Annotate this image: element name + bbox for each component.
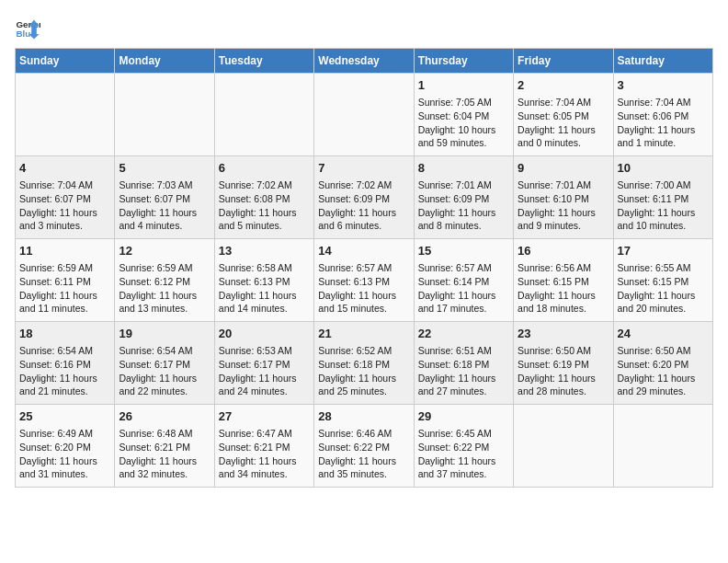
day-info: Sunrise: 6:50 AM xyxy=(618,344,709,358)
day-info: Daylight: 11 hours and 24 minutes. xyxy=(219,372,310,398)
calendar-cell: 8Sunrise: 7:01 AMSunset: 6:09 PMDaylight… xyxy=(414,156,513,239)
day-info: Sunrise: 6:52 AM xyxy=(318,344,409,358)
day-info: Sunset: 6:17 PM xyxy=(219,358,310,372)
day-info: Sunrise: 6:54 AM xyxy=(19,344,110,358)
day-info: Sunset: 6:21 PM xyxy=(119,441,210,454)
day-info: Daylight: 11 hours and 28 minutes. xyxy=(518,372,609,398)
day-number: 5 xyxy=(119,160,210,177)
day-number: 21 xyxy=(318,326,409,342)
weekday-header-thursday: Thursday xyxy=(414,49,513,74)
weekday-header-tuesday: Tuesday xyxy=(214,49,313,74)
day-info: Sunset: 6:12 PM xyxy=(119,275,210,289)
day-number: 2 xyxy=(518,77,609,94)
weekday-header-sunday: Sunday xyxy=(16,49,115,74)
calendar-cell: 15Sunrise: 6:57 AMSunset: 6:14 PMDayligh… xyxy=(414,239,513,322)
day-info: Sunset: 6:13 PM xyxy=(318,275,409,289)
calendar-cell: 27Sunrise: 6:47 AMSunset: 6:21 PMDayligh… xyxy=(214,405,313,488)
calendar-week-row: 4Sunrise: 7:04 AMSunset: 6:07 PMDaylight… xyxy=(16,156,713,239)
day-info: Sunrise: 6:59 AM xyxy=(119,261,210,275)
calendar-cell: 12Sunrise: 6:59 AMSunset: 6:12 PMDayligh… xyxy=(115,239,214,322)
day-info: Sunset: 6:06 PM xyxy=(618,109,709,123)
calendar-cell xyxy=(613,405,712,488)
day-info: Sunrise: 6:56 AM xyxy=(518,261,609,275)
day-number: 3 xyxy=(618,77,709,94)
calendar-cell: 26Sunrise: 6:48 AMSunset: 6:21 PMDayligh… xyxy=(115,405,214,488)
day-number: 1 xyxy=(418,77,509,94)
day-number: 9 xyxy=(518,160,609,177)
day-info: Sunset: 6:11 PM xyxy=(618,192,709,206)
day-info: Daylight: 11 hours and 10 minutes. xyxy=(618,206,709,233)
calendar-cell: 6Sunrise: 7:02 AMSunset: 6:08 PMDaylight… xyxy=(214,156,313,239)
calendar-cell: 14Sunrise: 6:57 AMSunset: 6:13 PMDayligh… xyxy=(314,239,414,322)
day-info: Sunrise: 6:53 AM xyxy=(219,344,310,358)
calendar-week-row: 1Sunrise: 7:05 AMSunset: 6:04 PMDaylight… xyxy=(16,74,713,156)
day-number: 10 xyxy=(618,160,709,177)
day-info: Sunset: 6:22 PM xyxy=(318,441,409,454)
day-number: 12 xyxy=(119,243,210,259)
day-info: Daylight: 11 hours and 34 minutes. xyxy=(219,454,310,481)
calendar-cell xyxy=(514,405,613,488)
day-info: Sunset: 6:20 PM xyxy=(19,441,110,454)
day-info: Sunset: 6:10 PM xyxy=(518,192,609,206)
day-info: Daylight: 11 hours and 14 minutes. xyxy=(219,289,310,316)
day-info: Sunset: 6:05 PM xyxy=(518,109,609,123)
day-number: 24 xyxy=(618,326,709,342)
day-number: 23 xyxy=(518,326,609,342)
day-info: Daylight: 11 hours and 27 minutes. xyxy=(418,372,509,398)
day-info: Sunset: 6:04 PM xyxy=(418,109,509,123)
day-info: Sunset: 6:09 PM xyxy=(318,192,409,206)
day-number: 18 xyxy=(19,326,110,342)
logo-icon: General Blue xyxy=(15,15,40,40)
day-info: Sunrise: 6:55 AM xyxy=(618,261,709,275)
day-number: 16 xyxy=(518,243,609,259)
day-info: Sunset: 6:21 PM xyxy=(219,441,310,454)
day-info: Sunrise: 7:02 AM xyxy=(318,178,409,192)
day-number: 28 xyxy=(318,408,409,425)
day-info: Sunset: 6:15 PM xyxy=(618,275,709,289)
calendar-cell: 29Sunrise: 6:45 AMSunset: 6:22 PMDayligh… xyxy=(414,405,513,488)
day-info: Sunrise: 6:57 AM xyxy=(318,261,409,275)
day-number: 25 xyxy=(19,408,110,425)
day-info: Daylight: 11 hours and 3 minutes. xyxy=(19,206,110,233)
day-info: Daylight: 11 hours and 29 minutes. xyxy=(618,372,709,398)
day-info: Sunrise: 6:58 AM xyxy=(219,261,310,275)
day-number: 20 xyxy=(219,326,310,342)
calendar-cell: 10Sunrise: 7:00 AMSunset: 6:11 PMDayligh… xyxy=(613,156,712,239)
header: General Blue xyxy=(15,15,713,40)
calendar-cell: 18Sunrise: 6:54 AMSunset: 6:16 PMDayligh… xyxy=(16,322,115,405)
day-number: 13 xyxy=(219,243,310,259)
day-info: Sunset: 6:14 PM xyxy=(418,275,509,289)
calendar-cell xyxy=(314,74,414,156)
day-info: Sunrise: 7:04 AM xyxy=(518,96,609,109)
day-number: 27 xyxy=(219,408,310,425)
day-info: Daylight: 11 hours and 9 minutes. xyxy=(518,206,609,233)
calendar-cell: 5Sunrise: 7:03 AMSunset: 6:07 PMDaylight… xyxy=(115,156,214,239)
day-info: Daylight: 11 hours and 17 minutes. xyxy=(418,289,509,316)
calendar-cell: 28Sunrise: 6:46 AMSunset: 6:22 PMDayligh… xyxy=(314,405,414,488)
day-info: Sunset: 6:15 PM xyxy=(518,275,609,289)
day-info: Daylight: 11 hours and 6 minutes. xyxy=(318,206,409,233)
calendar-cell: 17Sunrise: 6:55 AMSunset: 6:15 PMDayligh… xyxy=(613,239,712,322)
calendar-week-row: 25Sunrise: 6:49 AMSunset: 6:20 PMDayligh… xyxy=(16,405,713,488)
day-info: Sunrise: 6:47 AM xyxy=(219,427,310,441)
calendar-cell: 7Sunrise: 7:02 AMSunset: 6:09 PMDaylight… xyxy=(314,156,414,239)
calendar-cell: 2Sunrise: 7:04 AMSunset: 6:05 PMDaylight… xyxy=(514,74,613,156)
calendar-cell: 22Sunrise: 6:51 AMSunset: 6:18 PMDayligh… xyxy=(414,322,513,405)
day-number: 29 xyxy=(418,408,509,425)
calendar-cell xyxy=(214,74,313,156)
day-info: Sunset: 6:07 PM xyxy=(119,192,210,206)
day-info: Sunset: 6:20 PM xyxy=(618,358,709,372)
day-info: Daylight: 11 hours and 18 minutes. xyxy=(518,289,609,316)
calendar-cell: 23Sunrise: 6:50 AMSunset: 6:19 PMDayligh… xyxy=(514,322,613,405)
calendar-cell: 19Sunrise: 6:54 AMSunset: 6:17 PMDayligh… xyxy=(115,322,214,405)
day-info: Daylight: 11 hours and 4 minutes. xyxy=(119,206,210,233)
calendar-cell: 21Sunrise: 6:52 AMSunset: 6:18 PMDayligh… xyxy=(314,322,414,405)
calendar-table: SundayMondayTuesdayWednesdayThursdayFrid… xyxy=(15,48,713,488)
calendar-cell: 25Sunrise: 6:49 AMSunset: 6:20 PMDayligh… xyxy=(16,405,115,488)
calendar-cell: 1Sunrise: 7:05 AMSunset: 6:04 PMDaylight… xyxy=(414,74,513,156)
calendar-cell xyxy=(115,74,214,156)
day-info: Daylight: 11 hours and 35 minutes. xyxy=(318,454,409,481)
calendar-week-row: 11Sunrise: 6:59 AMSunset: 6:11 PMDayligh… xyxy=(16,239,713,322)
day-info: Sunrise: 6:50 AM xyxy=(518,344,609,358)
day-number: 15 xyxy=(418,243,509,259)
